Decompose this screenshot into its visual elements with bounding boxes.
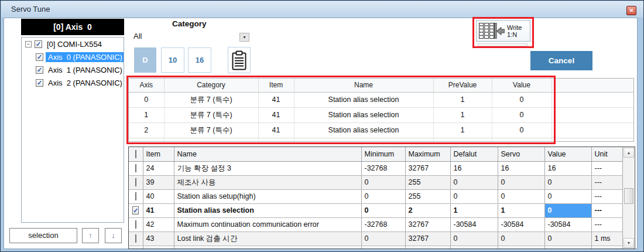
tree-item-axis-0[interactable]: ✓Axis 0 (PANASONIC) bbox=[22, 50, 124, 63]
cell[interactable]: 제조사 사용 bbox=[174, 175, 361, 189]
param-table-row[interactable]: 39제조사 사용0255000--- bbox=[129, 175, 623, 189]
cell[interactable]: 41 bbox=[143, 203, 174, 217]
row-checkbox-cell[interactable] bbox=[129, 231, 143, 246]
category-combobox-value[interactable]: All bbox=[133, 32, 142, 40]
move-down-button[interactable]: ↓ bbox=[105, 228, 122, 243]
cell[interactable]: -32768 bbox=[361, 161, 405, 175]
cell[interactable]: 40 bbox=[143, 189, 174, 203]
row-checkbox-cell[interactable] bbox=[129, 189, 143, 203]
cell: 0 bbox=[492, 92, 551, 107]
cell: 분류 7 (특수) bbox=[164, 107, 258, 122]
parameter-table-scrollbar[interactable]: ▲ ▼ bbox=[622, 147, 634, 248]
move-up-button[interactable]: ↑ bbox=[82, 228, 99, 243]
cell[interactable]: 24 bbox=[143, 161, 174, 175]
selection-button[interactable]: selection bbox=[9, 228, 77, 243]
axis-checkbox[interactable]: ✓ bbox=[36, 79, 43, 87]
value-cell[interactable]: 0 bbox=[544, 231, 591, 246]
param-table-row[interactable]: 24기능 확장 설정 3-3276832767161616--- bbox=[129, 161, 623, 175]
cell[interactable]: 0 bbox=[498, 231, 544, 246]
param-table-row[interactable]: ✓41Station alias selection02110--- bbox=[129, 203, 623, 217]
cell[interactable]: 255 bbox=[405, 175, 450, 189]
cell[interactable]: --- bbox=[591, 203, 623, 217]
cell bbox=[433, 138, 492, 142]
cell[interactable]: 32767 bbox=[405, 231, 450, 246]
cell[interactable]: 42 bbox=[143, 217, 174, 231]
cell[interactable]: --- bbox=[591, 217, 623, 231]
row-checkbox[interactable] bbox=[135, 220, 136, 229]
cell[interactable]: -32768 bbox=[361, 217, 405, 231]
cell[interactable]: Maximum continuation communication error bbox=[174, 217, 361, 231]
cell[interactable]: 0 bbox=[450, 175, 498, 189]
row-checkbox-cell[interactable] bbox=[129, 161, 143, 175]
row-checkbox[interactable] bbox=[135, 234, 136, 243]
cell[interactable]: 0 bbox=[498, 189, 544, 203]
cell[interactable]: 32767 bbox=[405, 217, 450, 231]
cell[interactable]: 16 bbox=[498, 161, 544, 175]
tree-item-controller[interactable]: − ✓ [0] COMI-LX554 bbox=[22, 38, 124, 50]
cell[interactable]: Station alias selection bbox=[174, 203, 361, 217]
cell[interactable]: 2 bbox=[405, 203, 450, 217]
cancel-button[interactable]: Cancel bbox=[530, 51, 592, 70]
cell[interactable]: 16 bbox=[450, 161, 498, 175]
axis-checkbox[interactable]: ✓ bbox=[36, 53, 43, 61]
cell[interactable]: Station alias setup(high) bbox=[174, 189, 361, 203]
value-cell[interactable]: 0 bbox=[544, 189, 591, 203]
param-table-row[interactable]: 40Station alias setup(high)0255000--- bbox=[129, 189, 623, 203]
tree-item-axis-2[interactable]: ✓Axis 2 (PANASONIC) bbox=[22, 76, 124, 89]
row-checkbox-cell[interactable]: ✓ bbox=[129, 203, 143, 217]
axis-checkbox[interactable]: ✓ bbox=[36, 66, 43, 74]
cell[interactable]: 0 bbox=[361, 175, 405, 189]
cell[interactable]: 0 bbox=[498, 175, 544, 189]
category-dropdown-icon[interactable]: ▾ bbox=[239, 33, 249, 42]
value-cell[interactable]: -30584 bbox=[544, 217, 591, 231]
servo-tune-window: Servo Tune ✕ [0] Axis 0 − ✓ [0] COMI-LX5… bbox=[0, 0, 644, 252]
cell[interactable]: 39 bbox=[143, 175, 174, 189]
write-button-strip bbox=[478, 43, 527, 46]
display-mode-d-button[interactable]: D bbox=[134, 47, 156, 73]
cell[interactable]: -30584 bbox=[498, 217, 544, 231]
cell[interactable]: 0 bbox=[361, 189, 405, 203]
scrollbar-thumb[interactable] bbox=[624, 188, 633, 204]
cell[interactable]: -30584 bbox=[450, 217, 498, 231]
row-checkbox[interactable] bbox=[135, 164, 136, 172]
column-header: Maximum bbox=[405, 147, 450, 161]
cell[interactable]: 0 bbox=[361, 231, 405, 246]
cell[interactable]: --- bbox=[591, 175, 623, 189]
row-checkbox[interactable] bbox=[135, 192, 136, 200]
value-cell[interactable]: 0 bbox=[544, 203, 591, 217]
cell[interactable]: --- bbox=[591, 161, 623, 175]
param-table-row[interactable]: 43Lost link 검출 시간0327670001 ms bbox=[129, 231, 623, 246]
tree-item-axis-1[interactable]: ✓Axis 1 (PANASONIC) bbox=[22, 63, 124, 76]
select-all-checkbox[interactable] bbox=[135, 150, 136, 158]
cell: 0 bbox=[129, 92, 164, 107]
row-checkbox-cell[interactable] bbox=[129, 217, 143, 231]
tree-collapse-icon[interactable]: − bbox=[25, 41, 32, 47]
cell[interactable]: 0 bbox=[361, 203, 405, 217]
scroll-down-icon[interactable]: ▼ bbox=[624, 238, 634, 248]
param-table-row[interactable]: 42Maximum continuation communication err… bbox=[129, 217, 623, 231]
row-checkbox[interactable] bbox=[135, 178, 136, 186]
cell[interactable]: Lost link 검출 시간 bbox=[174, 231, 361, 246]
cell[interactable]: 1 bbox=[498, 203, 544, 217]
cell[interactable]: 기능 확장 설정 3 bbox=[174, 161, 361, 175]
cell[interactable]: 1 ms bbox=[591, 231, 623, 246]
cell[interactable]: 43 bbox=[143, 231, 174, 246]
row-checkbox[interactable]: ✓ bbox=[132, 206, 139, 214]
cell[interactable]: 0 bbox=[450, 189, 498, 203]
display-mode-10-button[interactable]: 10 bbox=[161, 47, 184, 73]
copy-button[interactable] bbox=[228, 47, 251, 73]
cell: 1 bbox=[129, 107, 164, 122]
cell[interactable]: 255 bbox=[405, 189, 450, 203]
value-cell[interactable]: 0 bbox=[544, 175, 591, 189]
value-cell[interactable]: 16 bbox=[544, 161, 591, 175]
write-1n-button[interactable]: Write 1:N bbox=[476, 20, 530, 42]
scroll-up-icon[interactable]: ▲ bbox=[624, 148, 634, 158]
row-checkbox-cell[interactable] bbox=[129, 175, 143, 189]
display-mode-16-button[interactable]: 16 bbox=[188, 47, 211, 73]
close-icon[interactable]: ✕ bbox=[626, 6, 636, 15]
controller-checkbox[interactable]: ✓ bbox=[35, 40, 42, 48]
cell[interactable]: 1 bbox=[450, 203, 498, 217]
cell[interactable]: --- bbox=[591, 189, 623, 203]
cell[interactable]: 32767 bbox=[405, 161, 450, 175]
cell[interactable]: 0 bbox=[450, 231, 498, 246]
